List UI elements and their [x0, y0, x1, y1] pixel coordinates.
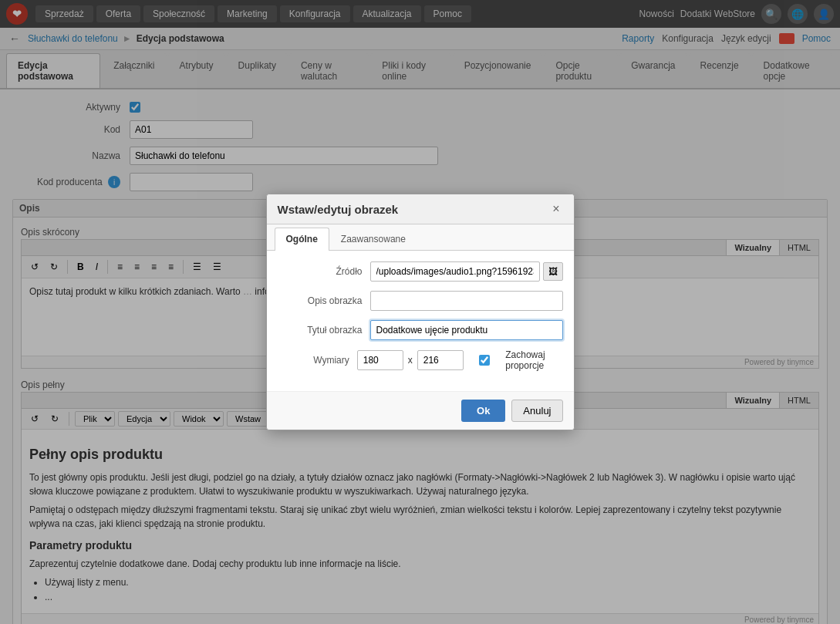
modal-title: Wstaw/edytuj obrazek — [278, 203, 399, 216]
modal-tab-ogolne[interactable]: Ogólne — [275, 228, 329, 251]
dims-inputs: x Zachowaj proporcje — [357, 349, 563, 371]
zrodlo-input-group: 🖼 — [370, 261, 563, 282]
width-input[interactable] — [357, 350, 403, 370]
zrodlo-row: Źródło 🖼 — [278, 261, 563, 282]
wymiary-row: Wymiary x Zachowaj proporcje — [278, 349, 563, 371]
modal-overlay[interactable]: Wstaw/edytuj obrazek × Ogólne Zaawansowa… — [0, 0, 840, 624]
zrodlo-label: Źródło — [278, 266, 363, 277]
modal-footer: Ok Anuluj — [267, 391, 574, 430]
height-input[interactable] — [417, 350, 464, 370]
browse-image-button[interactable]: 🖼 — [543, 262, 563, 281]
tytul-obrazka-input[interactable] — [370, 320, 563, 340]
wymiary-label: Wymiary — [278, 355, 349, 366]
modal-tabs: Ogólne Zaawansowane — [267, 224, 574, 251]
modal-body: Źródło 🖼 Opis obrazka Tytuł obrazka Wymi… — [267, 251, 574, 391]
insert-image-modal: Wstaw/edytuj obrazek × Ogólne Zaawansowa… — [266, 194, 575, 430]
zachowaj-proporcje-checkbox[interactable] — [468, 355, 501, 366]
zrodlo-input[interactable] — [370, 261, 540, 282]
tytul-obrazka-label: Tytuł obrazka — [278, 325, 363, 336]
opis-obrazka-label: Opis obrazka — [278, 295, 363, 306]
opis-obrazka-input[interactable] — [370, 291, 563, 311]
modal-close-button[interactable]: × — [549, 202, 562, 216]
dims-separator: x — [408, 355, 413, 366]
zachowaj-proporcje-label: Zachowaj proporcje — [505, 349, 562, 371]
ok-button[interactable]: Ok — [461, 400, 505, 422]
tytul-obrazka-row: Tytuł obrazka — [278, 320, 563, 340]
modal-header: Wstaw/edytuj obrazek × — [267, 194, 574, 224]
opis-obrazka-row: Opis obrazka — [278, 291, 563, 311]
anuluj-button[interactable]: Anuluj — [511, 400, 562, 422]
modal-tab-zaawansowane[interactable]: Zaawansowane — [329, 228, 417, 250]
